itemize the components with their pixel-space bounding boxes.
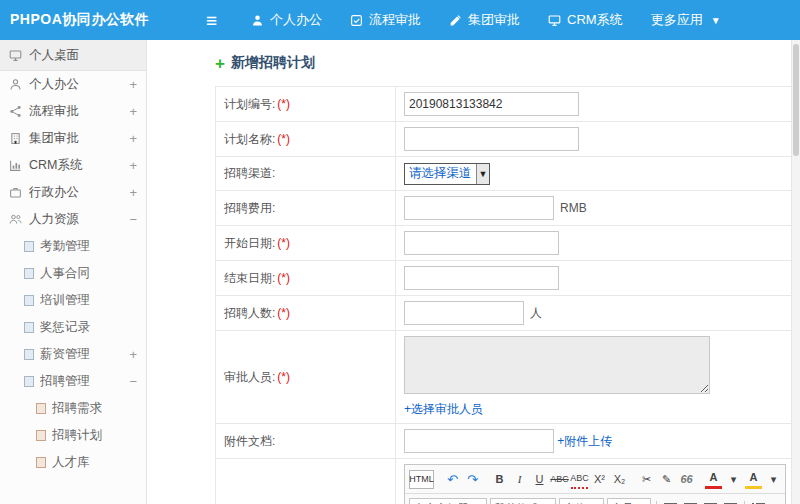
channel-select[interactable]: 请选择渠道 ▼ — [404, 163, 490, 185]
expand-icon[interactable]: + — [125, 185, 137, 200]
sidebar-label: 薪资管理 — [40, 346, 125, 363]
redo-icon[interactable]: ↷ — [464, 471, 481, 488]
required-mark: (*) — [277, 236, 290, 250]
nav-process-approval[interactable]: 流程审批 — [350, 11, 421, 29]
sidebar-item-recruit-plan[interactable]: 招聘计划 — [0, 422, 146, 449]
nav-group-approval[interactable]: 集团审批 — [449, 11, 520, 29]
table-row: 招聘人数:(*) 人 — [216, 296, 795, 331]
building-icon — [9, 132, 22, 145]
app-window: PHPOA协同办公软件 ≡ 个人办公 流程审批 集团审批 CRM系统 更多应用 … — [0, 0, 800, 504]
sidebar-label: 奖惩记录 — [40, 319, 137, 336]
sidebar-label: 考勤管理 — [40, 238, 137, 255]
page-title-bar: + 新增招聘计划 — [215, 54, 800, 72]
sidebar-item-group-approval[interactable]: 集团审批 + — [0, 125, 146, 152]
sidebar-item-hr[interactable]: 人力资源 − — [0, 206, 146, 233]
start-date-input[interactable] — [404, 231, 559, 255]
bold-button[interactable]: B — [491, 471, 508, 488]
bullet-list-icon[interactable] — [750, 500, 767, 504]
field-label: 计划编号: — [224, 97, 275, 111]
align-center-icon[interactable] — [682, 500, 699, 504]
sidebar-label: 招聘管理 — [40, 373, 125, 390]
blockquote-button[interactable]: 66 — [678, 471, 695, 488]
select-value: 请选择渠道 — [405, 165, 476, 182]
align-left-icon[interactable] — [662, 500, 679, 504]
doc-icon — [24, 376, 34, 387]
doc-icon — [36, 430, 46, 441]
desktop-icon — [9, 49, 22, 62]
approver-textarea[interactable] — [404, 336, 710, 394]
required-mark: (*) — [277, 132, 290, 146]
spellcheck-button[interactable]: ABC — [571, 470, 588, 489]
nav-label: 个人办公 — [270, 11, 322, 29]
align-right-icon[interactable] — [702, 500, 719, 504]
plan-name-input[interactable] — [404, 127, 579, 151]
font-color-caret[interactable]: ▾ — [725, 471, 742, 488]
sidebar-item-admin-office[interactable]: 行政办公 + — [0, 179, 146, 206]
font-family-dropdown[interactable]: 字体▾ — [559, 498, 604, 504]
monitor-icon — [548, 14, 561, 27]
expand-icon[interactable]: + — [125, 104, 137, 119]
sidebar-item-training[interactable]: 培训管理 — [0, 287, 146, 314]
sidebar-item-crm[interactable]: CRM系统 + — [0, 152, 146, 179]
undo-icon[interactable]: ↶ — [444, 471, 461, 488]
sidebar-item-rewards[interactable]: 奖惩记录 — [0, 314, 146, 341]
sidebar-item-personal-office[interactable]: 个人办公 + — [0, 71, 146, 98]
attachment-input[interactable] — [404, 429, 554, 453]
field-label: 开始日期: — [224, 236, 275, 250]
unit-label: RMB — [560, 201, 587, 215]
end-date-input[interactable] — [404, 266, 559, 290]
sidebar-item-attendance[interactable]: 考勤管理 — [0, 233, 146, 260]
subscript-button[interactable]: X₂ — [611, 471, 628, 488]
sidebar-item-desktop[interactable]: 个人桌面 — [0, 40, 146, 71]
expand-icon[interactable]: + — [125, 347, 137, 362]
expand-icon[interactable]: + — [125, 77, 137, 92]
pencil-icon[interactable]: ✎ — [658, 471, 675, 488]
required-mark: (*) — [277, 370, 290, 384]
recruit-plan-form: 计划编号:(*) 计划名称:(*) 招聘渠道: 请选择渠道 ▼ — [215, 86, 795, 504]
paragraph-format-dropdown[interactable]: 段落格式▾ — [490, 498, 557, 504]
sidebar-label: 人力资源 — [29, 211, 125, 228]
sidebar-item-talent-pool[interactable]: 人才库 — [0, 449, 146, 476]
sidebar-item-process-approval[interactable]: 流程审批 + — [0, 98, 146, 125]
font-size-dropdown[interactable]: 字号▾ — [607, 498, 652, 504]
hamburger-menu-icon[interactable]: ≡ — [206, 11, 217, 30]
vertical-scrollbar[interactable] — [791, 40, 800, 504]
highlight-color-caret[interactable]: ▾ — [765, 471, 782, 488]
sidebar-item-recruit-needs[interactable]: 招聘需求 — [0, 395, 146, 422]
font-color-button[interactable]: A — [705, 469, 722, 489]
italic-button[interactable]: I — [511, 471, 528, 488]
table-row: 开始日期:(*) — [216, 226, 795, 261]
superscript-button[interactable]: X² — [591, 471, 608, 488]
attachment-upload-link[interactable]: +附件上传 — [557, 434, 612, 448]
doc-icon — [24, 241, 34, 252]
table-row: 结束日期:(*) — [216, 261, 795, 296]
html-source-button[interactable]: HTML — [409, 470, 434, 489]
underline-button[interactable]: U — [531, 471, 548, 488]
headcount-input[interactable] — [404, 301, 524, 325]
nav-personal-office[interactable]: 个人办公 — [251, 11, 322, 29]
collapse-icon[interactable]: − — [125, 212, 137, 227]
scrollbar-thumb[interactable] — [793, 44, 799, 156]
fee-input[interactable] — [404, 196, 554, 220]
sidebar-item-hr-contract[interactable]: 人事合同 — [0, 260, 146, 287]
nav-crm-system[interactable]: CRM系统 — [548, 11, 623, 29]
select-approver-link[interactable]: +选择审批人员 — [404, 401, 786, 418]
collapse-icon[interactable]: − — [125, 374, 137, 389]
sidebar-item-salary[interactable]: 薪资管理 + — [0, 341, 146, 368]
align-justify-icon[interactable] — [722, 500, 739, 504]
sidebar-label: 招聘计划 — [52, 427, 137, 444]
custom-heading-dropdown[interactable]: 自定义标题▾ — [409, 498, 487, 504]
sidebar-item-recruit-mgmt[interactable]: 招聘管理 − — [0, 368, 146, 395]
highlight-color-button[interactable]: A — [745, 469, 762, 489]
plan-number-input[interactable] — [404, 92, 579, 116]
nav-label: CRM系统 — [567, 11, 623, 29]
top-header: PHPOA协同办公软件 ≡ 个人办公 流程审批 集团审批 CRM系统 更多应用 … — [0, 0, 800, 40]
sidebar-label: 流程审批 — [29, 103, 125, 120]
strikethrough-button[interactable]: ABC — [551, 471, 568, 488]
edit-pencil-icon — [449, 14, 462, 27]
nav-more-apps[interactable]: 更多应用 ▼ — [651, 11, 721, 29]
expand-icon[interactable]: + — [125, 131, 137, 146]
cut-icon[interactable]: ✂ — [638, 471, 655, 488]
expand-icon[interactable]: + — [125, 158, 137, 173]
sidebar-label: 集团审批 — [29, 130, 125, 147]
